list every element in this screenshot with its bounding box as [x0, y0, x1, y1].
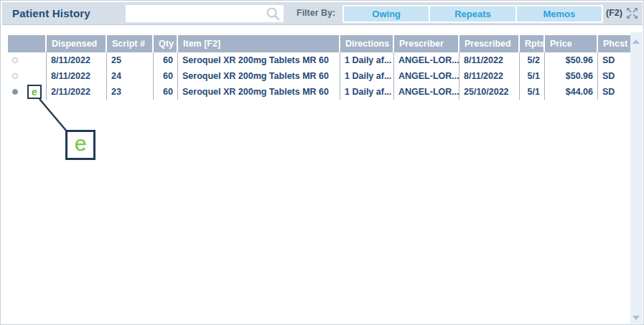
shortcut-label: (F2): [606, 2, 622, 24]
cell-prescribed: 25/10/2022: [459, 84, 520, 100]
cell-prescriber: ANGEL-LOR...: [394, 68, 459, 84]
cell-item: Seroquel XR 200mg Tablets MR 60: [178, 52, 340, 68]
cell-item: Seroquel XR 200mg Tablets MR 60: [178, 84, 340, 100]
filter-owing-button[interactable]: Owing: [344, 6, 429, 22]
cell-directions: 1 Daily af...: [340, 84, 394, 100]
cell-directions: 1 Daily af...: [340, 68, 394, 84]
patient-history-panel: Patient History Filter By: Owing Repeats…: [0, 0, 644, 325]
callout-e-letter: e: [75, 133, 87, 154]
column-header-price[interactable]: Price: [545, 35, 598, 52]
filter-memos-button[interactable]: Memos: [517, 6, 602, 22]
column-header-directions[interactable]: Directions: [340, 35, 394, 52]
scroll-down-icon[interactable]: [633, 316, 640, 320]
cell-prescriber: ANGEL-LOR...: [394, 52, 459, 68]
cell-rpts: 5/1: [520, 68, 545, 84]
column-header-marker[interactable]: [8, 35, 47, 52]
column-header-item[interactable]: Item [F2]: [178, 35, 340, 52]
column-header-rpts[interactable]: Rpts: [520, 35, 545, 52]
filter-by-label: Filter By:: [297, 2, 335, 24]
cell-rpts: 5/1: [520, 84, 545, 100]
cell-price: $50.96: [545, 52, 598, 68]
table-body: 8/11/2022 25 60 Seroquel XR 200mg Tablet…: [8, 52, 631, 100]
cell-qty: 60: [154, 52, 178, 68]
scroll-up-icon[interactable]: [633, 39, 640, 44]
table-header: Dispensed Script # Qty Item [F2] Directi…: [8, 35, 631, 52]
callout-connector-line: [37, 97, 70, 134]
filter-button-group: Owing Repeats Memos: [342, 5, 603, 23]
cell-script: 23: [107, 84, 154, 100]
search-icon: [266, 6, 281, 22]
cell-dispensed: 8/11/2022: [47, 68, 107, 84]
column-header-prescriber[interactable]: Prescriber: [394, 35, 459, 52]
row-marker-cell: [8, 68, 47, 84]
column-header-prescribed[interactable]: Prescribed: [459, 35, 520, 52]
filter-repeats-button[interactable]: Repeats: [430, 6, 515, 22]
cell-prescribed: 8/11/2022: [459, 52, 520, 68]
column-header-qty[interactable]: Qty: [154, 35, 178, 52]
cell-script: 24: [107, 68, 154, 84]
cell-price: $50.96: [545, 68, 598, 84]
page-title: Patient History: [12, 2, 90, 24]
table-row[interactable]: 8/11/2022 24 60 Seroquel XR 200mg Tablet…: [8, 68, 631, 84]
column-header-dispensed[interactable]: Dispensed: [47, 35, 107, 52]
title-bar: Patient History Filter By: Owing Repeats…: [2, 2, 643, 25]
expand-icon[interactable]: [626, 7, 638, 19]
cell-directions: 1 Daily af...: [340, 52, 394, 68]
cell-dispensed: 8/11/2022: [47, 52, 107, 68]
vertical-scrollbar[interactable]: [630, 32, 643, 324]
radio-indicator[interactable]: [12, 73, 18, 79]
cell-qty: 60: [154, 68, 178, 84]
radio-indicator[interactable]: [12, 89, 18, 95]
cell-item: Seroquel XR 200mg Tablets MR 60: [178, 68, 340, 84]
cell-phcst: SD: [598, 84, 631, 100]
search-box[interactable]: [126, 5, 284, 22]
table-row[interactable]: 8/11/2022 25 60 Seroquel XR 200mg Tablet…: [8, 52, 631, 68]
row-marker-cell: [8, 52, 47, 68]
cell-prescriber: ANGEL-LOR...: [394, 84, 459, 100]
cell-script: 25: [107, 52, 154, 68]
cell-prescribed: 8/11/2022: [459, 68, 520, 84]
cell-qty: 60: [154, 84, 178, 100]
search-input[interactable]: [126, 5, 266, 22]
radio-indicator[interactable]: [12, 57, 18, 63]
cell-phcst: SD: [598, 68, 631, 84]
table-row[interactable]: e 2/11/2022 23 60 Seroquel XR 200mg Tabl…: [8, 84, 631, 100]
cell-price: $44.06: [545, 84, 598, 100]
column-header-phcst[interactable]: Phcst: [598, 35, 631, 52]
callout-box: e: [65, 130, 95, 160]
column-header-script[interactable]: Script #: [107, 35, 154, 52]
cell-rpts: 5/2: [520, 52, 545, 68]
cell-phcst: SD: [598, 52, 631, 68]
